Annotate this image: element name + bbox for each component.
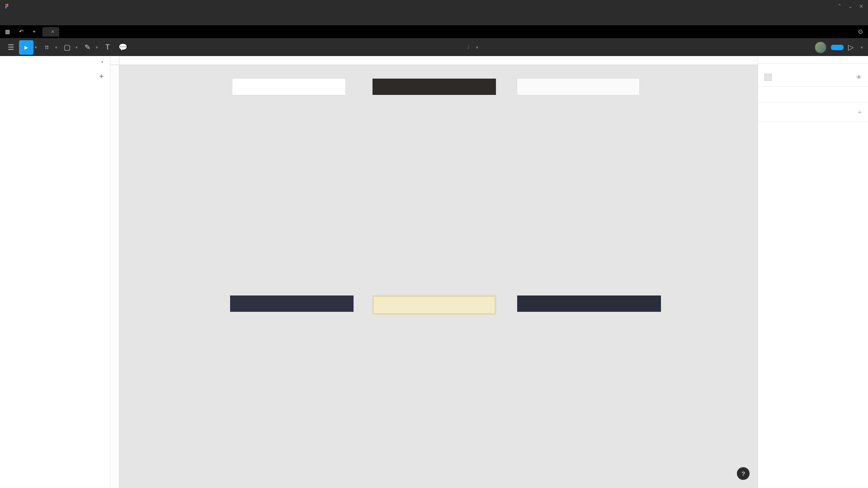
svg-rect-2 <box>5 5 7 7</box>
close-window-icon[interactable]: ✕ <box>859 3 863 9</box>
add-export-icon[interactable]: + <box>858 108 862 116</box>
tab-recent-files[interactable]: ✕ <box>42 27 59 37</box>
add-page-icon[interactable]: + <box>99 72 104 80</box>
minimize-icon[interactable]: ⌃ <box>837 3 842 9</box>
pen-tool[interactable]: ✎ <box>80 40 94 55</box>
comment-tool[interactable]: 💬 <box>116 40 130 55</box>
ruler-vertical <box>110 65 119 488</box>
share-button[interactable] <box>831 45 844 50</box>
maximize-icon[interactable]: ⌄ <box>848 3 853 9</box>
settings-icon[interactable]: ⚙ <box>858 28 863 35</box>
back-icon[interactable]: ↶ <box>17 27 26 37</box>
frame-tool[interactable]: ⌗ <box>39 40 54 55</box>
pages-header: + <box>0 68 110 85</box>
frame-sans-serif[interactable] <box>373 79 496 95</box>
ruler-corner <box>110 56 119 65</box>
grid-icon[interactable]: ▦ <box>3 27 12 37</box>
close-tab-icon[interactable]: ✕ <box>51 29 55 35</box>
svg-rect-1 <box>7 4 9 5</box>
figma-logo-icon <box>4 3 10 9</box>
chevron-down-icon: ▾ <box>859 45 864 50</box>
hamburger-menu-icon[interactable]: ☰ <box>4 40 18 55</box>
background-row[interactable]: 👁 <box>764 74 862 81</box>
frame-semi-serif[interactable] <box>230 296 354 312</box>
chevron-down-icon[interactable]: ▾ <box>475 45 480 50</box>
right-panel: 👁 + <box>758 56 868 488</box>
chevron-down-icon[interactable]: ▾ <box>74 45 79 50</box>
breadcrumb-separator: / <box>468 44 469 51</box>
chevron-down-icon[interactable]: ▾ <box>33 45 38 50</box>
chevron-down-icon[interactable]: ▾ <box>94 45 99 50</box>
add-tab-icon[interactable]: + <box>30 27 38 37</box>
svg-point-3 <box>7 5 9 7</box>
visibility-icon[interactable]: 👁 <box>856 74 862 80</box>
chevron-down-icon[interactable]: ▾ <box>101 60 104 64</box>
shape-tool[interactable]: ▢ <box>60 40 74 55</box>
canvas[interactable]: ? <box>110 56 758 488</box>
frame-monospace[interactable] <box>517 296 661 312</box>
toolbar: ☰ ▸ ▾ ⌗ ▾ ▢ ▾ ✎ ▾ T 💬 / ▾ ▷ ▾ <box>0 38 868 56</box>
present-icon[interactable]: ▷ <box>848 43 854 52</box>
zoom-level[interactable]: ▾ <box>858 45 864 50</box>
svg-rect-0 <box>5 4 7 5</box>
chevron-down-icon[interactable]: ▾ <box>54 45 59 50</box>
left-panel: ▾ + <box>0 56 110 488</box>
ruler-horizontal <box>119 56 758 65</box>
menubar <box>0 13 868 25</box>
text-tool[interactable]: T <box>100 40 115 55</box>
frame-serif[interactable] <box>232 79 345 95</box>
help-button[interactable]: ? <box>737 467 750 480</box>
move-tool[interactable]: ▸ <box>19 40 33 55</box>
layers-list <box>0 85 110 488</box>
breadcrumb: / ▾ <box>131 44 814 51</box>
tabs-bar: ▦ ↶ + ✕ ⚙ <box>0 25 868 38</box>
user-avatar[interactable] <box>815 42 826 53</box>
color-swatch[interactable] <box>764 74 772 81</box>
frame-script[interactable] <box>373 296 496 314</box>
window-titlebar: ⌃ ⌄ ✕ <box>0 0 868 13</box>
frame-slab-serif[interactable] <box>517 79 639 95</box>
svg-rect-4 <box>5 7 7 9</box>
